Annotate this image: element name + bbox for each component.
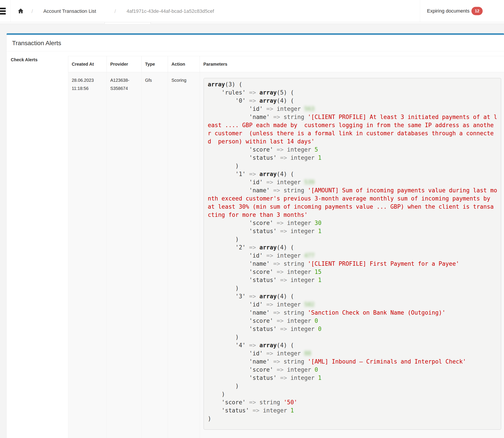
parameters-dump-box: array(3) ( 'rules' => array(5) ( '0' => …: [204, 78, 501, 430]
check-alerts-table: Created At Provider Type Action Paramete…: [68, 56, 504, 438]
column-header-parameters: Parameters: [200, 56, 504, 72]
column-header-action: Action: [168, 56, 200, 72]
cell-type: Gfs: [142, 72, 168, 438]
breadcrumb-separator: /: [32, 0, 33, 22]
sidebar-toggle-hamburger-icon[interactable]: [0, 8, 4, 14]
cell-parameters: array(3) ( 'rules' => array(5) ( '0' => …: [200, 72, 504, 438]
parameters-dump: array(3) ( 'rules' => array(5) ( '0' => …: [208, 80, 497, 423]
expiring-documents-count-badge: 12: [472, 7, 483, 15]
tab-strip-border-right: [151, 22, 504, 24]
tab-strip: [0, 22, 504, 24]
breadcrumb-account-transaction-list[interactable]: Account Transaction List: [43, 0, 96, 22]
transaction-alerts-panel: Transaction Alerts Check Alerts Created …: [7, 33, 504, 438]
expiring-documents-link[interactable]: Expiring documents 12: [420, 0, 483, 22]
cell-action: Scoring: [168, 72, 200, 438]
topbar-divider: [10, 0, 10, 22]
top-navbar: / Account Transaction List / 4af1971c-43…: [0, 0, 504, 22]
column-header-created-at: Created At: [68, 56, 107, 72]
cell-created-at: 28.06.2023 11:18:56: [68, 72, 107, 438]
column-header-type: Type: [142, 56, 168, 72]
active-tab-gap: [105, 22, 151, 24]
breadcrumb-transaction-uuid: 4af1971c-43de-44af-bcad-1a52c83d5cef: [126, 0, 214, 22]
expiring-documents-label: Expiring documents: [427, 8, 469, 14]
table-row: 28.06.2023 11:18:56 A123638-S358674 Gfs …: [68, 72, 504, 438]
breadcrumb-separator: /: [115, 0, 116, 22]
table-header-row: Created At Provider Type Action Paramete…: [68, 56, 504, 72]
tab-strip-border-left: [0, 22, 105, 24]
check-alerts-label: Check Alerts: [11, 57, 38, 62]
home-icon[interactable]: [18, 8, 24, 14]
column-header-provider: Provider: [107, 56, 142, 72]
cell-provider: A123638-S358674: [107, 72, 142, 438]
panel-title: Transaction Alerts: [7, 35, 504, 51]
